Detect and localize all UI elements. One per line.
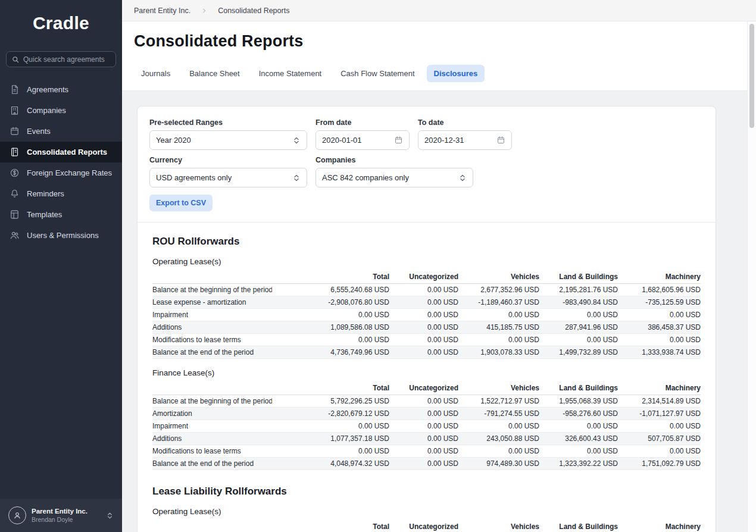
account-names: Parent Entity Inc. Brendan Doyle [32,507,101,524]
sidebar-item-label: Events [27,127,51,136]
sidebar-item-label: Agreements [27,85,68,94]
cell-value: -735,125.59 USD [623,296,701,309]
row-label: Additions [152,321,272,334]
sidebar-nav: Agreements Companies Events Consolidated… [0,79,122,246]
currency-value: USD agreements only [156,173,232,182]
building-icon [10,105,20,115]
breadcrumb-item-current: Consolidated Reports [218,7,289,15]
sidebar-item-agreements[interactable]: Agreements [0,79,122,100]
template-icon [10,209,20,220]
row-label: Modifications to lease terms [152,334,272,346]
tab-cash-flow-statement[interactable]: Cash Flow Statement [333,65,421,82]
sidebar-item-events[interactable]: Events [0,121,122,142]
search-input[interactable] [23,55,110,64]
cell-value: 0.00 USD [463,445,544,458]
table-header: TotalUncategorizedVehiclesLand & Buildin… [152,521,701,532]
sidebar-item-foreign-exchange-rates[interactable]: Foreign Exchange Rates [0,162,122,183]
account-menu[interactable]: Parent Entity Inc. Brendan Doyle [0,499,122,532]
cell-value: 386,458.37 USD [623,321,701,334]
person-icon [13,511,22,520]
tab-balance-sheet[interactable]: Balance Sheet [182,65,247,82]
page-header: Consolidated Reports Journals Balance Sh… [122,21,756,91]
section-title: ROU Rollforwards [152,236,701,248]
table-subtitle: Finance Lease(s) [152,368,701,377]
from-date-value[interactable] [322,136,389,145]
cell-value: 6,555,240.68 USD [272,284,394,296]
cell-value: 0.00 USD [394,433,463,445]
account-user: Brendan Doyle [32,516,101,524]
scrollbar-thumb[interactable] [749,24,754,128]
table-subtitle: Operating Lease(s) [152,257,701,266]
tab-disclosures[interactable]: Disclosures [427,65,485,82]
cell-value: -2,820,679.12 USD [272,408,394,420]
breadcrumb-item-parent-entity[interactable]: Parent Entity Inc. [134,7,190,15]
report-section: Lease Liability RollforwardsOperating Le… [152,486,701,532]
account-company: Parent Entity Inc. [32,507,101,516]
sidebar-search[interactable] [6,51,116,67]
sidebar-item-users-permissions[interactable]: Users & Permissions [0,225,122,246]
cell-value: -983,490.84 USD [544,296,623,309]
sidebar-item-companies[interactable]: Companies [0,100,122,121]
breadcrumb: Parent Entity Inc. Consolidated Reports [122,0,756,21]
cell-value: 287,941.96 USD [544,321,623,334]
currency-select[interactable]: USD agreements only [149,168,307,187]
table-row: Balance at the beginning of the period6,… [152,284,701,296]
table-row: Lease expense - amortization-2,908,076.8… [152,296,701,309]
table-row: Modifications to lease terms0.00 USD0.00… [152,334,701,346]
sidebar-item-label: Consolidated Reports [27,148,107,157]
cell-value: 1,955,068.39 USD [544,395,623,408]
cell-value: 0.00 USD [394,284,463,296]
row-label: Modifications to lease terms [152,445,272,458]
report-section: ROU RollforwardsOperating Lease(s)TotalU… [152,236,701,470]
cell-value: 0.00 USD [544,309,623,321]
table-row: Additions1,089,586.08 USD0.00 USD415,185… [152,321,701,334]
cell-value: 1,751,092.79 USD [623,458,701,470]
column-header: Land & Buildings [544,271,623,284]
calendar-icon [10,126,20,136]
scrollbar[interactable] [747,21,756,532]
column-header: Total [272,382,394,395]
sidebar-item-consolidated-reports[interactable]: Consolidated Reports [0,142,122,162]
calendar-icon[interactable] [394,136,403,145]
column-header [152,382,272,395]
to-date-input[interactable] [418,130,512,150]
calendar-icon[interactable] [496,136,505,145]
tab-income-statement[interactable]: Income Statement [252,65,329,82]
sidebar-item-templates[interactable]: Templates [0,204,122,225]
cell-value: 1,903,078.33 USD [463,346,544,359]
filter-row-1: Pre-selected Ranges Year 2020 From date [149,118,704,150]
companies-field: Companies ASC 842 companies only [315,156,473,187]
sidebar-item-reminders[interactable]: Reminders [0,183,122,204]
cell-value: 4,048,974.32 USD [272,458,394,470]
document-icon [10,85,20,95]
from-date-input[interactable] [315,130,410,150]
report-table: TotalUncategorizedVehiclesLand & Buildin… [152,271,701,359]
cell-value: 0.00 USD [394,321,463,334]
sidebar-item-label: Reminders [27,189,64,198]
column-header: Machinery [623,382,701,395]
currency-field: Currency USD agreements only [149,156,307,187]
sidebar-item-label: Companies [27,106,66,115]
companies-select[interactable]: ASC 842 companies only [315,168,473,187]
cell-value: 0.00 USD [272,445,394,458]
chevron-up-down-icon [106,512,114,520]
column-header: Land & Buildings [544,382,623,395]
companies-value: ASC 842 companies only [322,173,409,182]
range-value: Year 2020 [156,136,191,145]
from-date-label: From date [315,118,410,127]
table-row: Balance at the beginning of the period5,… [152,395,701,408]
cell-value: 0.00 USD [544,334,623,346]
report-table: TotalUncategorizedVehiclesLand & Buildin… [152,382,701,470]
cell-value: 4,736,749.96 USD [272,346,394,359]
sidebar: Cradle Agreements Companies Events Conso… [0,0,122,532]
cell-value: 1,499,732.89 USD [544,346,623,359]
cell-value: -1,189,460.37 USD [463,296,544,309]
range-label: Pre-selected Ranges [149,118,307,127]
table-row: Balance at the end of the period4,736,74… [152,346,701,359]
table-header: TotalUncategorizedVehiclesLand & Buildin… [152,271,701,284]
cell-value: 1,682,605.96 USD [623,284,701,296]
range-select[interactable]: Year 2020 [149,130,307,150]
to-date-value[interactable] [424,136,492,145]
tab-journals[interactable]: Journals [134,65,177,82]
export-csv-button[interactable]: Export to CSV [149,195,213,211]
